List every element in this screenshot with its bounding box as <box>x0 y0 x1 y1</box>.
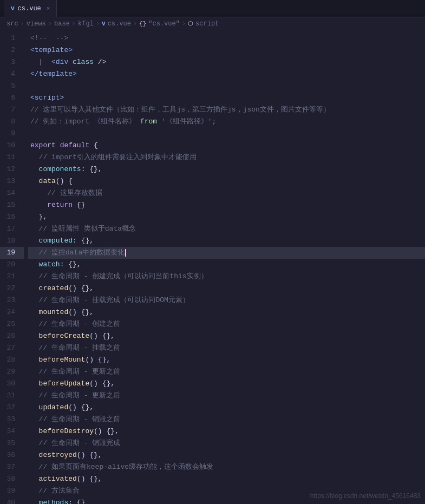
breadcrumb-base[interactable]: base <box>54 20 70 28</box>
code-area[interactable]: <!-- --> <template> | <div class /> </te… <box>24 30 425 504</box>
code-text: // 监听属性 类似于data概念 <box>39 223 136 235</box>
line-num-18: 18 <box>0 235 24 247</box>
code-text: <template> <box>30 44 73 56</box>
code-text: updated <box>39 402 69 414</box>
breadcrumb-sep: › <box>48 20 52 28</box>
line-num-20: 20 <box>0 259 24 271</box>
code-line-23: // 生命周期 - 挂载完成（可以访问DOM元素） <box>28 294 425 306</box>
editor: 1 2 3 4 5 6 7 8 9 10 11 12 13 14 15 16 1… <box>0 30 425 504</box>
breadcrumb-file[interactable]: cs.vue <box>108 20 131 28</box>
line-num-12: 12 <box>0 163 24 175</box>
code-line-30: beforeUpdate() {}, <box>28 378 425 390</box>
line-num-38: 38 <box>0 473 24 485</box>
code-line-34: beforeDestroy() {}, <box>28 426 425 437</box>
code-text: () {}, <box>89 378 115 390</box>
code-line-18: computed: {}, <box>28 235 425 247</box>
line-num-37: 37 <box>0 461 24 473</box>
tab-label: cs.vue <box>18 5 41 12</box>
code-line-22: created() {}, <box>28 283 425 294</box>
line-num-22: 22 <box>0 283 24 294</box>
code-text: () {}, <box>89 330 115 342</box>
line-num-34: 34 <box>0 426 24 437</box>
line-num-26: 26 <box>0 330 24 342</box>
code-text: activated <box>39 473 77 485</box>
code-text: // import引入的组件需要注入到对象中才能使用 <box>39 152 197 163</box>
code-text <box>30 259 39 271</box>
code-text: // 监控data中的数据变化 <box>39 247 125 259</box>
line-num-40: 40 <box>0 497 24 504</box>
code-text: created <box>39 283 69 294</box>
code-text: // 生命周期 - 销毁完成 <box>39 437 121 449</box>
breadcrumb-sep: › <box>72 20 76 28</box>
code-text <box>30 56 39 68</box>
breadcrumb-kfgl[interactable]: kfgl <box>78 20 94 28</box>
code-text <box>30 354 39 366</box>
code-text <box>30 485 39 497</box>
file-tab[interactable]: V cs.vue × <box>4 0 57 17</box>
code-text: () {}, <box>68 283 94 294</box>
line-num-11: 11 <box>0 152 24 163</box>
breadcrumb: src › views › base › kfgl › V cs.vue › {… <box>0 17 425 30</box>
line-num-36: 36 <box>0 449 24 461</box>
code-text: <!-- --> <box>30 32 68 44</box>
code-text: // 生命周期 - 挂载之前 <box>39 342 121 354</box>
code-text: | <div <box>39 56 69 68</box>
code-text: beforeCreate <box>39 330 90 342</box>
line-num-31: 31 <box>0 390 24 402</box>
line-num-24: 24 <box>0 306 24 318</box>
line-num-5: 5 <box>0 80 24 92</box>
code-text: // 生命周期 - 创建之前 <box>39 318 121 330</box>
code-text <box>30 342 39 354</box>
line-num-13: 13 <box>0 175 24 187</box>
code-line-4: </template> <box>28 68 425 80</box>
code-line-14: // 这里存放数据 <box>28 187 425 199</box>
code-line-26: beforeCreate() {}, <box>28 330 425 342</box>
breadcrumb-views[interactable]: views <box>27 20 46 28</box>
line-num-15: 15 <box>0 199 24 211</box>
code-text: </template> <box>30 68 77 80</box>
code-text: /> <box>94 56 106 68</box>
breadcrumb-script[interactable]: script <box>195 20 219 28</box>
line-num-17: 17 <box>0 223 24 235</box>
code-line-35: // 生命周期 - 销毁完成 <box>28 437 425 449</box>
code-text <box>30 330 39 342</box>
code-text: { <box>89 140 98 152</box>
code-text <box>30 187 47 199</box>
code-line-13: data() { <box>28 175 425 187</box>
code-text <box>30 366 39 378</box>
code-text: export <box>30 140 56 152</box>
code-text: // 生命周期 - 更新之前 <box>39 366 121 378</box>
line-num-27: 27 <box>0 342 24 354</box>
code-text: }, <box>30 211 47 223</box>
code-line-15: return {} <box>28 199 425 211</box>
line-num-3: 3 <box>0 56 24 68</box>
code-text: : {} <box>68 497 85 504</box>
code-line-10: export default { <box>28 140 425 152</box>
code-line-16: }, <box>28 211 425 223</box>
line-num-1: 1 <box>0 32 24 44</box>
code-text: <script> <box>30 92 64 104</box>
breadcrumb-src[interactable]: src <box>6 20 18 28</box>
code-line-1: <!-- --> <box>28 32 425 44</box>
code-line-33: // 生命周期 - 销毁之前 <box>28 414 425 426</box>
text-cursor <box>125 249 126 257</box>
code-text: return <box>47 199 73 211</box>
code-text <box>30 283 39 294</box>
vue-file-icon: V <box>11 5 15 12</box>
watermark: https://blog.csdn.net/weixin_45616483 <box>310 492 421 500</box>
breadcrumb-sep: › <box>182 20 186 28</box>
code-text <box>30 461 39 473</box>
code-text: () {}, <box>68 402 94 414</box>
code-line-38: activated() {}, <box>28 473 425 485</box>
code-text: methods <box>39 497 69 504</box>
code-text: : {}, <box>60 259 81 271</box>
code-text <box>30 318 39 330</box>
line-num-33: 33 <box>0 414 24 426</box>
code-text <box>30 199 47 211</box>
code-text: () {}, <box>68 306 94 318</box>
line-num-9: 9 <box>0 128 24 140</box>
tab-close-button[interactable]: × <box>47 5 50 12</box>
code-line-31: // 生命周期 - 更新之后 <box>28 390 425 402</box>
breadcrumb-cs-vue[interactable]: "cs.vue" <box>148 20 180 28</box>
code-text: mounted <box>39 306 69 318</box>
